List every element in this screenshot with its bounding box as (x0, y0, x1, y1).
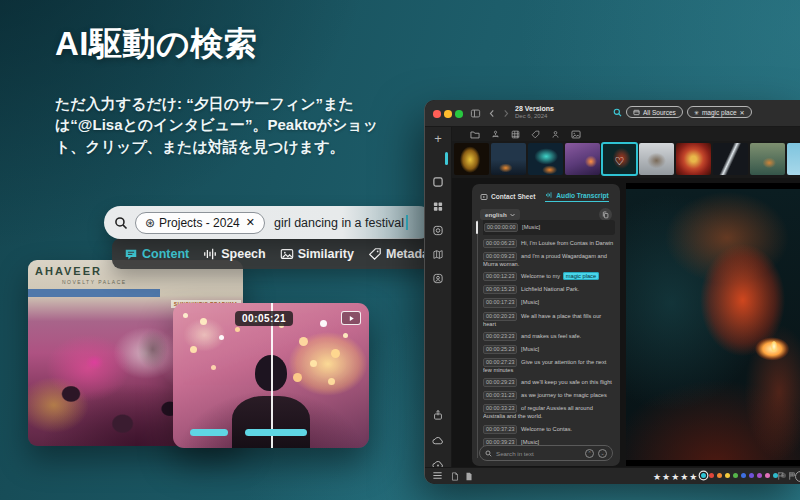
gear-icon: ⊛ (145, 216, 155, 230)
transcript-row[interactable]: 00:00:17:23 [Music] (483, 298, 615, 307)
flag-icon[interactable] (777, 471, 785, 481)
transcript-row[interactable]: 00:00:25:23 [Music] (483, 345, 615, 354)
tag-icon[interactable] (531, 130, 540, 139)
filter-content[interactable]: Content (124, 247, 189, 261)
folder-icon[interactable] (470, 130, 480, 139)
selected-media-viewer[interactable] (626, 183, 800, 466)
zoom-window-button[interactable] (455, 110, 463, 118)
clip-segment[interactable] (190, 429, 228, 436)
contact-sheet-icon[interactable] (511, 130, 520, 139)
thumbnail-canyon-greenery[interactable] (750, 143, 785, 175)
transcript-scroll-track[interactable] (477, 220, 478, 458)
map-icon[interactable] (433, 249, 444, 260)
window-search-area: All Sources ✳ magic place ✕ (613, 106, 752, 118)
workspace: Contact Sheet Audio Transcript english 0… (452, 178, 800, 467)
color-labels (701, 473, 786, 478)
timecode: 00:00:25:23 (483, 345, 517, 354)
tab-contact-sheet[interactable]: Contact Sheet (480, 193, 535, 201)
window-date: Dec 6, 2024 (515, 113, 554, 119)
timecode: 00:00:06:23 (483, 239, 517, 248)
transcript-row[interactable]: 00:00:23:23 and makes us feel safe. (483, 332, 615, 341)
thumbnail-girl-with-match[interactable]: ♡ (602, 143, 637, 175)
color-label[interactable] (701, 473, 706, 478)
ai-search-bar[interactable]: ⊛ Projects - 2024 ✕ girl dancing in a fe… (104, 206, 435, 239)
cloud-sync-icon[interactable] (432, 435, 444, 445)
window-titlebar[interactable]: 28 Versions Dec 6, 2024 All Sources ✳ ma… (425, 100, 800, 127)
filter-speech[interactable]: Speech (203, 247, 265, 261)
previous-match-button[interactable]: ⌃ (585, 449, 594, 458)
window-title: 28 Versions (515, 105, 554, 112)
thumbnail-light-streak-dark[interactable] (713, 143, 748, 175)
color-label[interactable] (741, 473, 746, 478)
transcript-row[interactable]: 00:00:12:23 Welcome to my magic place (483, 272, 615, 281)
transcript-row[interactable]: 00:00:29:23 and we'll keep you safe on t… (483, 378, 615, 387)
add-button[interactable]: + (434, 131, 442, 146)
thumbnail-sunset-silhouette[interactable] (565, 143, 600, 175)
minimize-window-button[interactable] (444, 110, 452, 118)
back-button[interactable] (487, 108, 497, 119)
search-scope-chip[interactable]: ⊛ Projects - 2024 ✕ (135, 212, 265, 234)
sources-chip[interactable]: All Sources (626, 106, 683, 118)
video-preview-card[interactable]: 00:05:21 (173, 303, 369, 448)
thumbnail-aurora-night[interactable] (528, 143, 563, 175)
hierarchy-icon[interactable] (491, 130, 500, 139)
person-icon[interactable] (551, 130, 560, 139)
help-icon-partial[interactable] (795, 471, 800, 482)
timecode: 00:00:20:23 (483, 312, 517, 321)
filter-similarity[interactable]: Similarity (280, 247, 354, 261)
image-icon[interactable] (571, 130, 581, 139)
search-filter-bar: Content Speech Similarity Metadata (112, 238, 438, 269)
image-icon (280, 247, 294, 261)
transcript-row[interactable]: 00:00:37:23 Welcome to Contas. (483, 425, 615, 434)
rating-stars[interactable]: ★★★★★ (653, 472, 698, 482)
close-window-button[interactable] (433, 110, 441, 118)
search-icon[interactable] (613, 108, 622, 117)
forward-button[interactable] (501, 108, 511, 119)
color-label[interactable] (765, 473, 770, 478)
search-query-text[interactable]: girl dancing in a festival (274, 216, 404, 230)
menu-icon[interactable] (432, 471, 443, 480)
document-filled-icon[interactable] (465, 472, 473, 481)
language-select[interactable]: english (480, 209, 520, 220)
transcript-row[interactable]: 00:00:27:23 Give us your attention for t… (483, 358, 615, 374)
thumbnail-red-aerial-pattern[interactable] (676, 143, 711, 175)
thumbnail-night-campfire[interactable] (491, 143, 526, 175)
clip-segment[interactable] (245, 429, 307, 436)
timecode: 00:00:31:23 (483, 391, 517, 400)
tab-audio-transcript[interactable]: Audio Transcript (545, 191, 608, 202)
color-label[interactable] (709, 473, 714, 478)
next-match-button[interactable]: ⌄ (598, 449, 607, 458)
transcript-row[interactable]: 00:00:33:23 of regular Aussies all aroun… (483, 404, 615, 420)
toggle-sidebar-icon[interactable] (470, 108, 481, 119)
timecode: 00:00:09:23 (483, 252, 517, 261)
color-label[interactable] (749, 473, 754, 478)
face-recognition-icon[interactable] (433, 273, 444, 284)
page-title: AI駆動の検索 (55, 22, 405, 67)
share-icon[interactable] (433, 409, 444, 421)
close-icon[interactable]: ✕ (740, 109, 745, 116)
transcript-row[interactable]: 00:00:31:23 as we journey to the magic p… (483, 391, 615, 400)
transcript-row[interactable]: 00:00:20:23 We all have a place that fil… (483, 312, 615, 328)
transcript-row[interactable]: 00:00:00:00 [Music] (483, 220, 615, 235)
single-view-icon[interactable] (432, 176, 444, 188)
transcript-row[interactable]: 00:00:15:23 Lichfield National Park. (483, 285, 615, 294)
color-label[interactable] (733, 473, 738, 478)
color-label[interactable] (757, 473, 762, 478)
timecode: 00:00:15:23 (483, 285, 517, 294)
thumbnail-bison-in-snow[interactable] (639, 143, 674, 175)
document-icon[interactable] (451, 472, 459, 481)
color-label[interactable] (725, 473, 730, 478)
search-icon (485, 450, 492, 457)
close-icon[interactable]: ✕ (246, 216, 255, 229)
transcript-row[interactable]: 00:00:06:23 Hi, I'm Louise from Contas i… (483, 239, 615, 248)
fireworks-bokeh (183, 313, 188, 318)
transcript-row[interactable]: 00:00:09:23 and I'm a proud Wagardagam a… (483, 252, 615, 268)
query-chip[interactable]: ✳ magic place ✕ (687, 106, 752, 118)
media-disc-icon[interactable] (433, 225, 444, 236)
transcript-search-box[interactable]: Search in text ⌃ ⌄ (479, 445, 613, 461)
thumbnail-hot-air-balloon-sky[interactable] (787, 143, 800, 175)
grid-view-icon[interactable] (433, 201, 444, 212)
window-toolbar (452, 127, 800, 141)
thumbnail-dancer-warm-light[interactable] (454, 143, 489, 175)
color-label[interactable] (717, 473, 722, 478)
